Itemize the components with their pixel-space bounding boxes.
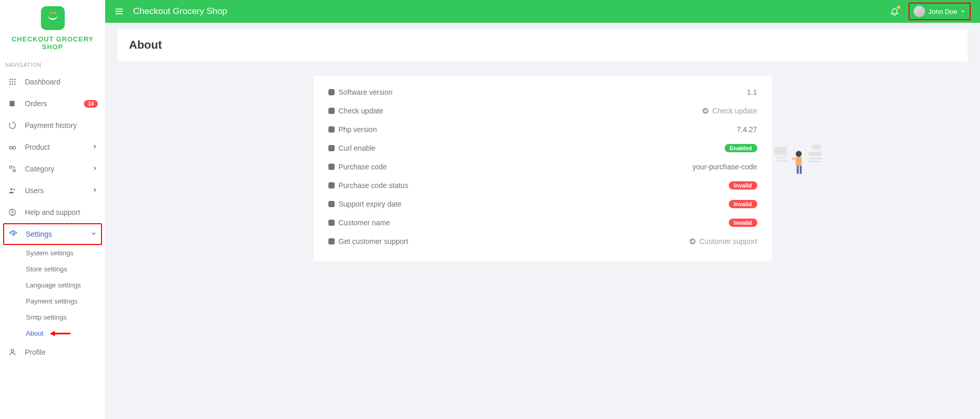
user-menu[interactable]: John Doe — [909, 3, 971, 20]
sub-item-store-settings[interactable]: Store settings — [26, 261, 105, 277]
status-badge: Invalid — [729, 200, 757, 208]
sidebar-item-dashboard[interactable]: Dashboard — [0, 71, 105, 93]
svg-point-21 — [11, 350, 13, 352]
row-label: Php version — [339, 125, 377, 134]
telegram-icon — [689, 238, 696, 245]
bullet-icon — [328, 201, 335, 207]
svg-point-5 — [14, 79, 16, 80]
status-badge: Enabled — [725, 144, 757, 152]
svg-point-12 — [9, 147, 12, 149]
history-icon — [7, 121, 18, 130]
nav-section-label: NAVIGATION — [0, 55, 105, 71]
row-label: Curl enable — [339, 144, 376, 152]
row-get-support: Get customer support Customer support — [328, 232, 757, 251]
sidebar-item-category[interactable]: Category — [0, 158, 105, 180]
row-label: Support expiry date — [339, 200, 401, 208]
sidebar-item-users[interactable]: Users — [0, 180, 105, 201]
row-value: your-purchase-code — [693, 163, 757, 171]
settings-submenu: System settings Store settings Language … — [0, 245, 105, 341]
customer-support-link[interactable]: Customer support — [689, 237, 757, 245]
sidebar-item-profile[interactable]: Profile — [0, 341, 105, 363]
svg-rect-31 — [809, 158, 822, 160]
sidebar-item-label: Payment history — [25, 121, 98, 129]
svg-point-18 — [12, 233, 15, 235]
row-label: Purchase code status — [339, 181, 409, 190]
svg-point-2 — [54, 12, 56, 15]
row-software-version: Software version 1.1 — [328, 83, 757, 102]
sidebar: CHECKOUT GROCERY SHOP NAVIGATION Dashboa… — [0, 0, 105, 419]
chevron-right-icon — [92, 186, 98, 195]
telegram-icon — [702, 107, 709, 114]
status-badge: Invalid — [729, 219, 757, 227]
menu-toggle-button[interactable] — [114, 7, 124, 16]
brand-logo-icon — [41, 6, 65, 30]
bullet-icon — [328, 164, 335, 170]
topbar: Checkout Grocery Shop John Doe — [105, 0, 980, 23]
annotation-arrow-icon — [50, 329, 70, 338]
row-label: Get customer support — [339, 237, 409, 245]
svg-point-3 — [9, 79, 11, 80]
sidebar-item-label: Orders — [25, 99, 84, 108]
bullet-icon — [328, 238, 335, 244]
sidebar-item-product[interactable]: Product — [0, 136, 105, 158]
svg-point-11 — [14, 83, 16, 85]
svg-point-9 — [9, 83, 11, 85]
sub-item-about[interactable]: About — [26, 325, 44, 341]
row-label: Customer name — [339, 219, 391, 227]
svg-point-13 — [13, 147, 16, 149]
row-label: Purchase code — [339, 163, 387, 171]
user-name-label: John Doe — [928, 8, 957, 16]
sidebar-item-label: Help and support — [25, 208, 98, 216]
notifications-button[interactable] — [890, 7, 899, 16]
avatar — [914, 6, 925, 17]
sidebar-item-payment-history[interactable]: Payment history — [0, 114, 105, 136]
svg-point-17 — [12, 214, 13, 215]
check-update-link[interactable]: Check update — [702, 107, 757, 115]
chevron-down-icon — [960, 7, 965, 16]
sub-item-system-settings[interactable]: System settings — [26, 245, 105, 261]
bullet-icon — [328, 126, 335, 133]
svg-rect-37 — [797, 166, 799, 174]
sub-item-language-settings[interactable]: Language settings — [26, 277, 105, 293]
svg-rect-38 — [799, 166, 801, 174]
row-php-version: Php version 7.4.27 — [328, 120, 757, 139]
row-purchase-code-status: Purchase code status Invalid — [328, 176, 757, 195]
status-badge: Invalid — [729, 181, 757, 190]
svg-point-4 — [12, 79, 13, 80]
svg-point-33 — [811, 145, 821, 150]
sidebar-item-settings[interactable]: Settings — [3, 223, 102, 245]
page-header: About — [118, 29, 968, 61]
row-label: Check update — [339, 107, 383, 115]
sidebar-item-label: Settings — [26, 230, 91, 238]
sidebar-item-label: Category — [25, 165, 92, 173]
row-value: 7.4.27 — [737, 125, 757, 134]
sidebar-item-label: Product — [25, 143, 92, 151]
brand-title: CHECKOUT GROCERY SHOP — [0, 35, 105, 51]
svg-point-8 — [14, 81, 16, 83]
user-icon — [7, 348, 18, 357]
users-icon — [7, 186, 18, 195]
bullet-icon — [328, 182, 335, 189]
sub-item-smtp-settings[interactable]: Smtp settings — [26, 309, 105, 325]
svg-point-14 — [10, 188, 12, 190]
grid-icon — [7, 77, 18, 86]
row-support-expiry: Support expiry date Invalid — [328, 195, 757, 213]
svg-rect-32 — [809, 161, 822, 163]
svg-marker-20 — [50, 331, 55, 336]
bullet-icon — [328, 220, 335, 226]
row-label: Software version — [339, 88, 393, 96]
chevron-right-icon — [92, 165, 98, 173]
svg-rect-29 — [776, 160, 786, 162]
product-icon — [7, 142, 18, 152]
book-icon — [7, 99, 18, 108]
sidebar-item-label: Profile — [25, 348, 98, 356]
svg-point-6 — [9, 81, 11, 83]
sub-item-payment-settings[interactable]: Payment settings — [26, 293, 105, 309]
sidebar-item-help[interactable]: Help and support — [0, 201, 105, 223]
page-title: About — [129, 38, 956, 52]
svg-rect-28 — [776, 157, 786, 158]
support-illustration-icon — [774, 143, 824, 179]
sidebar-item-orders[interactable]: Orders 14 — [0, 93, 105, 114]
row-purchase-code: Purchase code your-purchase-code — [328, 157, 757, 176]
category-icon — [7, 164, 18, 174]
